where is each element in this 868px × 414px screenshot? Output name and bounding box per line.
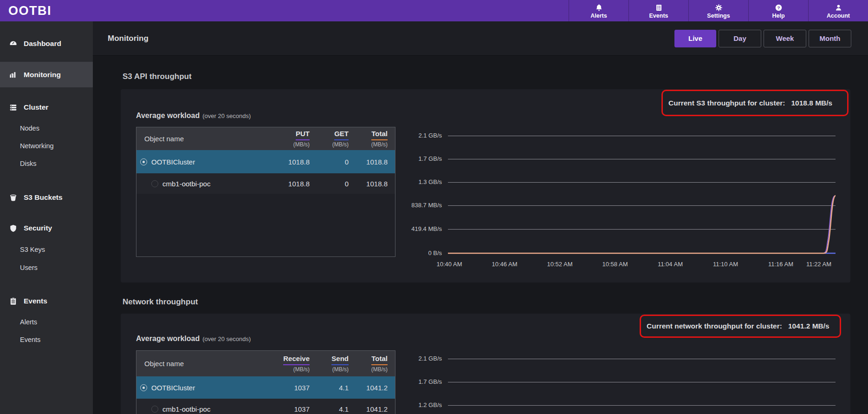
put-header-label: PUT bbox=[296, 130, 310, 140]
network-callout-value: 1041.2 MB/s bbox=[788, 322, 829, 330]
gridline bbox=[448, 382, 836, 382]
events-nav-label: Events bbox=[649, 13, 668, 19]
table-row-cmb1-ootbi-poc[interactable]: cmb1-ootbi-poc 1037 4.1 1041.2 bbox=[136, 399, 395, 414]
week-range-button[interactable]: Week bbox=[764, 30, 806, 47]
get-value: 0 bbox=[310, 180, 349, 188]
sidebar: Dashboard Monitoring Cluster Nodes Netwo… bbox=[0, 21, 93, 414]
y-tick-label: 1.7 GB/s bbox=[381, 378, 442, 386]
sidebar-label-events-sub: Events bbox=[20, 336, 40, 343]
row-name-label: cmb1-ootbi-poc bbox=[162, 405, 210, 413]
sidebar-item-cluster[interactable]: Cluster bbox=[0, 99, 93, 116]
bell-icon bbox=[595, 4, 603, 12]
ootbi-logo: OOTBI bbox=[8, 0, 52, 21]
alerts-nav-button[interactable]: Alerts bbox=[569, 0, 628, 21]
y-tick-label: 1.7 GB/s bbox=[381, 155, 442, 163]
put-column-header: PUT (MB/s) bbox=[271, 130, 310, 148]
y-tick-label: 838.7 MB/s bbox=[381, 201, 442, 210]
y-tick-label: 1.3 GB/s bbox=[381, 178, 442, 186]
sidebar-item-security[interactable]: Security bbox=[0, 220, 93, 237]
alerts-nav-label: Alerts bbox=[590, 13, 607, 19]
help-nav-button[interactable]: ? Help bbox=[748, 0, 808, 21]
sidebar-item-events[interactable]: Events bbox=[0, 293, 93, 309]
settings-nav-button[interactable]: Settings bbox=[688, 0, 748, 21]
y-tick-label: 2.1 GB/s bbox=[381, 131, 442, 140]
server-icon bbox=[8, 103, 18, 112]
sidebar-item-s3-keys[interactable]: S3 Keys bbox=[0, 243, 93, 256]
receive-value: 1037 bbox=[271, 384, 310, 392]
table-row-cmb1-ootbi-poc[interactable]: cmb1-ootbi-poc 1018.8 0 1018.8 bbox=[136, 173, 395, 194]
s3-callout-value: 1018.8 MB/s bbox=[791, 99, 832, 107]
table-row-ootbicluster[interactable]: OOTBICluster 1037 4.1 1041.2 bbox=[136, 376, 395, 399]
sidebar-item-disks[interactable]: Disks bbox=[0, 157, 93, 171]
events-nav-button[interactable]: Events bbox=[628, 0, 688, 21]
network-workload-table: Object name Receive (MB/s) Send (MB/s) T… bbox=[136, 350, 395, 414]
send-value: 4.1 bbox=[310, 384, 349, 392]
row-name-label: OOTBICluster bbox=[151, 384, 195, 392]
sidebar-label-networking: Networking bbox=[20, 142, 54, 150]
person-icon bbox=[835, 4, 842, 12]
sidebar-item-s3-buckets[interactable]: S3 Buckets bbox=[0, 189, 93, 206]
radio-selected-icon[interactable] bbox=[140, 384, 147, 391]
avg-workload-text: Average workload bbox=[136, 112, 200, 119]
row-name-label: OOTBICluster bbox=[151, 158, 195, 166]
day-range-button[interactable]: Day bbox=[719, 30, 761, 47]
sidebar-item-monitoring[interactable]: Monitoring bbox=[0, 62, 93, 87]
x-tick-label: 10:40 AM bbox=[432, 260, 466, 269]
bucket-icon bbox=[8, 193, 18, 202]
svg-text:?: ? bbox=[777, 5, 780, 10]
get-value: 0 bbox=[310, 158, 349, 166]
gauge-icon bbox=[8, 39, 18, 48]
account-nav-label: Account bbox=[827, 13, 850, 19]
x-tick-label: 10:46 AM bbox=[487, 260, 522, 269]
page-title: Monitoring bbox=[108, 34, 149, 43]
network-callout-label: Current network throughput for cluster: bbox=[647, 322, 782, 330]
event-list-icon bbox=[655, 4, 663, 12]
throughput-series-plot bbox=[448, 136, 836, 255]
avg-workload-note: (over 20 seconds) bbox=[202, 112, 251, 119]
sidebar-item-dashboard[interactable]: Dashboard bbox=[0, 35, 93, 52]
sidebar-item-users[interactable]: Users bbox=[0, 261, 93, 275]
live-range-button[interactable]: Live bbox=[674, 30, 716, 47]
network-table-header: Object name Receive (MB/s) Send (MB/s) T… bbox=[136, 351, 395, 376]
put-value: 1018.8 bbox=[271, 158, 310, 166]
send-header-label: Send bbox=[331, 355, 349, 365]
s3-avg-workload-label: Average workload(over 20 seconds) bbox=[136, 112, 251, 120]
y-tick-label: 0 B/s bbox=[381, 249, 442, 257]
total-header-unit: (MB/s) bbox=[349, 142, 388, 148]
radio-selected-icon[interactable] bbox=[140, 158, 147, 165]
radio-unselected-icon[interactable] bbox=[151, 180, 158, 187]
sidebar-item-networking[interactable]: Networking bbox=[0, 139, 93, 153]
table-row-ootbicluster[interactable]: OOTBICluster 1018.8 0 1018.8 bbox=[136, 150, 395, 173]
send-value: 4.1 bbox=[310, 405, 349, 413]
total-header-unit: (MB/s) bbox=[349, 367, 388, 373]
radio-unselected-icon[interactable] bbox=[151, 406, 158, 413]
put-header-unit: (MB/s) bbox=[271, 142, 310, 148]
sidebar-item-events-sub[interactable]: Events bbox=[0, 333, 93, 347]
sidebar-label-cluster: Cluster bbox=[24, 103, 48, 112]
sidebar-label-events: Events bbox=[24, 297, 47, 305]
gridline bbox=[448, 359, 836, 359]
sidebar-label-alerts-sub: Alerts bbox=[20, 318, 37, 326]
sidebar-item-nodes[interactable]: Nodes bbox=[0, 121, 93, 135]
get-header-unit: (MB/s) bbox=[310, 142, 349, 148]
sidebar-label-users: Users bbox=[20, 264, 38, 271]
x-tick-label: 11:10 AM bbox=[708, 260, 743, 269]
page-header: Monitoring Live Day Week Month bbox=[93, 21, 868, 56]
network-throughput-card: Average workload(over 20 seconds) Curren… bbox=[121, 314, 850, 414]
sidebar-label-s3-buckets: S3 Buckets bbox=[24, 193, 63, 202]
question-circle-icon: ? bbox=[775, 4, 783, 12]
get-header-label: GET bbox=[334, 130, 349, 140]
clipboard-icon bbox=[8, 296, 18, 306]
network-avg-workload-label: Average workload(over 20 seconds) bbox=[136, 335, 251, 343]
x-tick-label: 11:04 AM bbox=[653, 260, 687, 269]
send-column-header: Send (MB/s) bbox=[310, 355, 349, 373]
network-current-throughput-callout: Current network throughput for cluster: … bbox=[640, 315, 841, 338]
sidebar-label-monitoring: Monitoring bbox=[24, 71, 61, 79]
put-value: 1018.8 bbox=[271, 180, 310, 188]
sidebar-item-alerts-sub[interactable]: Alerts bbox=[0, 315, 93, 329]
s3-current-throughput-callout: Current S3 throughput for cluster: 1018.… bbox=[661, 90, 849, 116]
month-range-button[interactable]: Month bbox=[809, 30, 851, 47]
x-tick-label: 11:16 AM bbox=[764, 260, 798, 269]
sidebar-label-nodes: Nodes bbox=[20, 125, 39, 132]
account-nav-button[interactable]: Account bbox=[808, 0, 868, 21]
